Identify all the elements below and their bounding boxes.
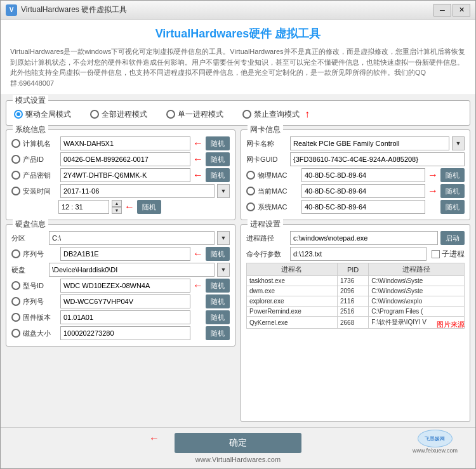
system-mac-radio[interactable] [246, 202, 255, 211]
current-mac-radio[interactable] [246, 187, 255, 195]
nic-guid-label: 网卡GUID [246, 155, 288, 164]
mode-label-3: 禁止查询模式 [254, 109, 300, 120]
header-section: VirtualHardwares硬件 虚拟工具 VirtualHardwares… [1, 20, 475, 95]
arrow-product-id: ← [193, 154, 203, 165]
system-mac-rand-button[interactable]: 随机 [440, 200, 465, 214]
arrow-product-key: ← [193, 169, 203, 181]
physical-mac-label: 物理MAC [258, 171, 299, 180]
table-row[interactable]: dwm.exe2096C:\Windows\Syste [247, 286, 465, 296]
arrow-current-mac: → [428, 185, 438, 197]
model-radio[interactable] [11, 281, 20, 290]
mode-radio-1[interactable] [90, 110, 99, 119]
disk-size-radio[interactable] [11, 329, 20, 338]
disk-size-row: 磁盘大小 随机 [11, 326, 230, 340]
physical-mac-input[interactable] [301, 168, 425, 182]
mode-option-2[interactable]: 单一进程模式 [166, 109, 223, 120]
time-rand-button[interactable]: 随机 [137, 200, 161, 214]
confirm-arrow: ← [149, 433, 159, 444]
disk-serial2-radio[interactable] [11, 297, 20, 306]
process-path-input[interactable] [290, 231, 438, 245]
firmware-rand-button[interactable]: 随机 [206, 310, 230, 324]
time-spin[interactable]: ▲ ▼ [112, 200, 122, 214]
time-input[interactable] [58, 200, 109, 214]
product-id-input[interactable] [60, 152, 190, 166]
table-header-pid: PID [337, 263, 368, 276]
website-text: www.VirtualHardwares.com [195, 456, 281, 463]
disk-size-input[interactable] [60, 326, 190, 340]
product-id-row: 产品ID ← 随机 [11, 152, 230, 166]
disk-label: 硬盘 [11, 265, 46, 275]
disk-serial-radio[interactable] [11, 249, 20, 258]
install-time-radio[interactable] [11, 187, 20, 195]
model-input[interactable] [60, 279, 190, 293]
nic-name-dropdown[interactable]: ▼ [452, 136, 465, 150]
minimize-button[interactable]: ─ [433, 4, 451, 17]
mode-radio-3[interactable] [242, 110, 251, 119]
product-key-radio[interactable] [11, 171, 20, 180]
process-pid: 2516 [337, 307, 368, 317]
arrow-disk-serial: ← [193, 248, 203, 260]
product-id-rand-button[interactable]: 随机 [206, 152, 230, 166]
time-spin-down[interactable]: ▼ [112, 207, 122, 214]
mode-option-1[interactable]: 全部进程模式 [90, 109, 147, 120]
system-info-section: 系统信息 计算机名 ← 随机 产品ID ← 随机 [6, 129, 235, 220]
mode-radio-2[interactable] [166, 110, 175, 119]
physical-mac-rand-button[interactable]: 随机 [440, 168, 465, 182]
system-mac-input[interactable] [301, 200, 425, 214]
process-settings-section: 进程设置 进程路径 启动 命令行参数 子进程 [241, 224, 470, 422]
info-sections: 系统信息 计算机名 ← 随机 产品ID ← 随机 [6, 129, 470, 422]
product-key-rand-button[interactable]: 随机 [206, 168, 230, 182]
title-bar-controls: ─ ✕ [433, 4, 470, 17]
product-key-input[interactable] [60, 168, 190, 182]
mode-option-3[interactable]: 禁止查询模式 ↑ [242, 109, 310, 120]
table-row[interactable]: PowerRemind.exe2516C:\Program Files ( [247, 307, 465, 317]
bottom-bar: ← 确定 飞墨媛网 www.feixuew.com www.VirtualHar… [1, 427, 475, 468]
firmware-radio[interactable] [11, 313, 20, 322]
process-name: explorer.exe [247, 296, 338, 307]
disk-serial2-rand-button[interactable]: 随机 [206, 294, 230, 308]
disk-serial-rand-button[interactable]: 随机 [206, 247, 230, 261]
cmd-args-input[interactable] [290, 247, 426, 261]
process-table: 进程名 PID 进程路径 taskhost.exe1736C:\Windows\… [246, 263, 465, 329]
disk-dropdown[interactable]: ▼ [217, 263, 230, 277]
computer-name-rand-button[interactable]: 随机 [206, 136, 230, 150]
disk-serial-input[interactable] [60, 247, 190, 261]
disk-serial2-row: 序列号 随机 [11, 294, 230, 308]
install-time-dropdown[interactable]: ▼ [217, 184, 230, 198]
firmware-input[interactable] [60, 310, 190, 324]
current-mac-rand-button[interactable]: 随机 [440, 184, 465, 198]
process-settings-title: 进程设置 [248, 219, 283, 230]
app-title: VirtualHardwares硬件 虚拟工具 [10, 26, 466, 41]
computer-name-radio[interactable] [11, 139, 20, 148]
process-path: C:\Windows\Syste [369, 286, 465, 296]
physical-mac-radio[interactable] [246, 171, 255, 180]
partition-input[interactable] [49, 231, 215, 245]
mode-radio-0[interactable] [14, 110, 23, 119]
start-button[interactable]: 启动 [440, 231, 465, 245]
nic-guid-row: 网卡GUID [246, 152, 465, 166]
table-row[interactable]: QyKernel.exe2668F:\软件登录\IQIYI V [247, 317, 465, 329]
arrow-time: ← [124, 201, 135, 213]
table-row[interactable]: explorer.exe2116C:\Windows\explo [247, 296, 465, 307]
mode-option-0[interactable]: 驱动全局模式 [14, 109, 71, 120]
disk-serial2-input[interactable] [60, 294, 190, 308]
install-time-input[interactable] [60, 184, 215, 198]
nic-guid-input[interactable] [290, 152, 465, 166]
current-mac-input[interactable] [301, 184, 425, 198]
partition-dropdown[interactable]: ▼ [217, 231, 230, 245]
disk-size-rand-button[interactable]: 随机 [206, 326, 230, 340]
table-row[interactable]: taskhost.exe1736C:\Windows\Syste [247, 276, 465, 286]
process-name: dwm.exe [247, 286, 338, 296]
sub-process-check[interactable] [432, 250, 440, 258]
sub-process-checkbox[interactable]: 子进程 [432, 249, 465, 260]
time-spin-up[interactable]: ▲ [112, 200, 122, 207]
nic-name-input[interactable] [290, 136, 449, 150]
computer-name-input[interactable] [60, 136, 190, 150]
install-time-label: 安装时间 [23, 187, 58, 196]
close-button[interactable]: ✕ [453, 4, 470, 17]
system-info-title: 系统信息 [13, 124, 48, 135]
confirm-button[interactable]: 确定 [175, 433, 301, 453]
model-rand-button[interactable]: 随机 [206, 279, 230, 293]
product-id-radio[interactable] [11, 155, 20, 164]
disk-input[interactable] [49, 263, 215, 277]
